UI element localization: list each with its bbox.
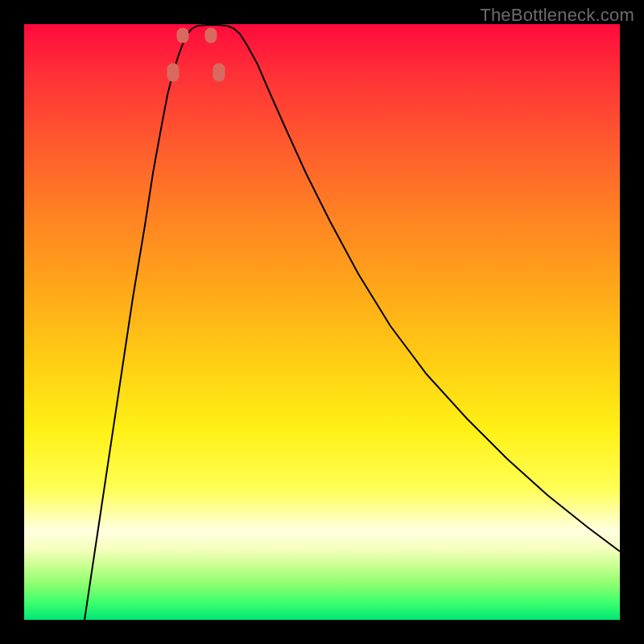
curve-marker [167, 64, 179, 81]
bottleneck-curve [24, 24, 620, 620]
chart-frame: TheBottleneck.com [0, 0, 644, 644]
plot-area [24, 24, 620, 620]
curve-path [85, 25, 620, 620]
curve-marker [205, 28, 217, 43]
curve-marker [213, 64, 225, 81]
curve-marker [177, 28, 188, 43]
watermark-text: TheBottleneck.com [480, 5, 634, 26]
marker-group [167, 28, 225, 81]
